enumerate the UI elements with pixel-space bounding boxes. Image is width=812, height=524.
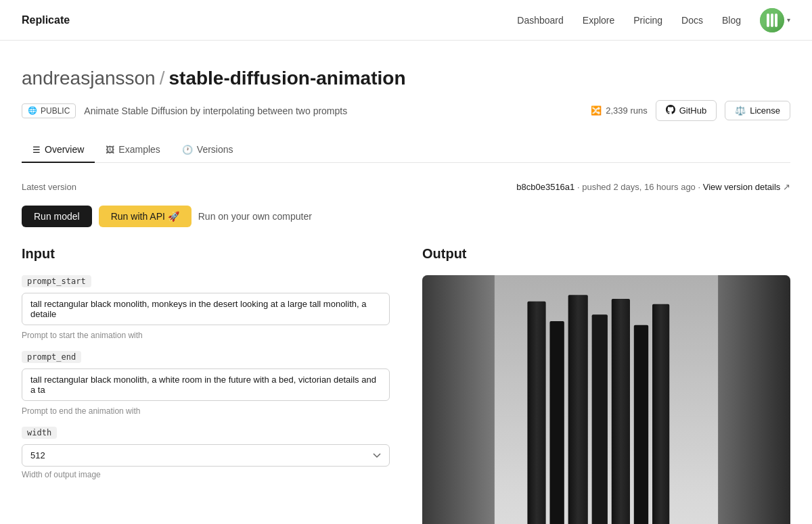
meta-right: 🔀 2,339 runs GitHub ⚖️ License [591, 100, 790, 121]
tab-overview-label: Overview [45, 144, 84, 155]
versions-icon: 🕐 [182, 145, 193, 155]
run-buttons-group: Run model Run with API 🚀 Run on your own… [22, 206, 790, 227]
tab-versions[interactable]: 🕐 Versions [171, 137, 244, 163]
license-icon: ⚖️ [735, 105, 746, 116]
nav-pricing[interactable]: Pricing [633, 15, 662, 26]
width-select[interactable]: 256 512 768 1024 [22, 444, 390, 467]
license-label: License [750, 105, 780, 116]
version-separator2: · [698, 182, 702, 192]
tabs-bar: ☰ Overview 🖼 Examples 🕐 Versions [22, 137, 790, 163]
nav-docs[interactable]: Docs [681, 15, 703, 26]
latest-version-label: Latest version [22, 182, 76, 192]
meta-row: 🌐 PUBLIC Animate Stable Diffusion by int… [22, 100, 790, 121]
avatar-decoration [775, 14, 777, 27]
avatar-inner [760, 8, 784, 32]
tab-examples-label: Examples [118, 144, 160, 155]
examples-icon: 🖼 [106, 145, 114, 155]
brand-logo[interactable]: Replicate [22, 14, 70, 26]
external-link-icon: ↗ [783, 182, 790, 192]
output-image-container [422, 275, 790, 524]
svg-rect-7 [592, 314, 608, 524]
runs-count: 🔀 2,339 runs [591, 105, 647, 116]
svg-rect-10 [652, 304, 669, 524]
avatar-decoration [771, 14, 773, 27]
visibility-label: PUBLIC [41, 106, 70, 116]
visibility-badge: 🌐 PUBLIC [22, 103, 76, 118]
globe-icon: 🌐 [28, 106, 37, 115]
output-section: Output [422, 246, 790, 524]
model-owner[interactable]: andreasjansson [22, 68, 156, 89]
title-separator: / [160, 68, 165, 89]
main-content: andreasjansson/stable-diffusion-animatio… [0, 41, 812, 524]
view-version-link[interactable]: View version details [703, 182, 781, 192]
svg-rect-3 [718, 275, 790, 524]
fork-icon: 🔀 [591, 105, 602, 116]
prompt-end-input[interactable]: tall rectangular black monolith, a white… [22, 368, 390, 401]
svg-rect-8 [612, 299, 630, 524]
meta-left: 🌐 PUBLIC Animate Stable Diffusion by int… [22, 103, 347, 118]
width-hint: Width of output image [22, 470, 390, 479]
svg-rect-9 [634, 325, 648, 524]
tab-examples[interactable]: 🖼 Examples [95, 137, 171, 163]
user-avatar-wrapper[interactable]: ▾ [760, 8, 790, 32]
navbar: Replicate Dashboard Explore Pricing Docs… [0, 0, 812, 41]
width-label: width [22, 427, 57, 439]
field-prompt-end: prompt_end tall rectangular black monoli… [22, 351, 390, 416]
github-icon [666, 105, 675, 116]
tab-versions-label: Versions [197, 144, 233, 155]
nav-blog[interactable]: Blog [722, 15, 741, 26]
license-button[interactable]: ⚖️ License [725, 101, 790, 120]
field-width: width 256 512 768 1024 Width of output i… [22, 427, 390, 479]
chevron-down-icon: ▾ [787, 16, 790, 24]
tab-overview[interactable]: ☰ Overview [22, 137, 95, 163]
version-pushed: pushed 2 days, 16 hours ago [582, 182, 696, 192]
prompt-end-label: prompt_end [22, 351, 81, 363]
version-hash[interactable]: b8cb0e3516a1 [516, 182, 574, 192]
field-prompt-start: prompt_start tall rectangular black mono… [22, 275, 390, 340]
output-image [422, 275, 790, 524]
version-info: b8cb0e3516a1 · pushed 2 days, 16 hours a… [516, 182, 790, 192]
overview-icon: ☰ [32, 145, 41, 155]
nav-links: Dashboard Explore Pricing Docs Blog ▾ [517, 8, 790, 32]
prompt-start-label: prompt_start [22, 275, 91, 287]
run-own-computer-button[interactable]: Run on your own computer [198, 211, 312, 222]
svg-rect-2 [422, 275, 495, 524]
input-title: Input [22, 246, 390, 262]
svg-rect-4 [527, 302, 545, 524]
version-row: Latest version b8cb0e3516a1 · pushed 2 d… [22, 182, 790, 192]
input-section: Input prompt_start tall rectangular blac… [22, 246, 390, 524]
avatar[interactable] [760, 8, 784, 32]
svg-rect-5 [549, 321, 564, 524]
run-with-api-button[interactable]: Run with API 🚀 [99, 206, 191, 227]
model-description: Animate Stable Diffusion by interpolatin… [84, 105, 347, 116]
github-label: GitHub [679, 105, 706, 116]
run-model-button[interactable]: Run model [22, 206, 92, 227]
github-button[interactable]: GitHub [656, 100, 717, 121]
avatar-decoration [767, 14, 769, 27]
nav-dashboard[interactable]: Dashboard [517, 15, 564, 26]
nav-explore[interactable]: Explore [583, 15, 614, 26]
content-layout: Input prompt_start tall rectangular blac… [22, 246, 790, 524]
prompt-start-input[interactable]: tall rectangular black monolith, monkeys… [22, 293, 390, 325]
svg-rect-6 [568, 295, 588, 524]
model-title: andreasjansson/stable-diffusion-animatio… [22, 68, 790, 89]
prompt-end-hint: Prompt to end the animation with [22, 406, 390, 416]
model-name: stable-diffusion-animation [168, 68, 405, 89]
runs-value: 2,339 runs [606, 105, 647, 116]
output-title: Output [422, 246, 790, 262]
prompt-start-hint: Prompt to start the animation with [22, 331, 390, 340]
